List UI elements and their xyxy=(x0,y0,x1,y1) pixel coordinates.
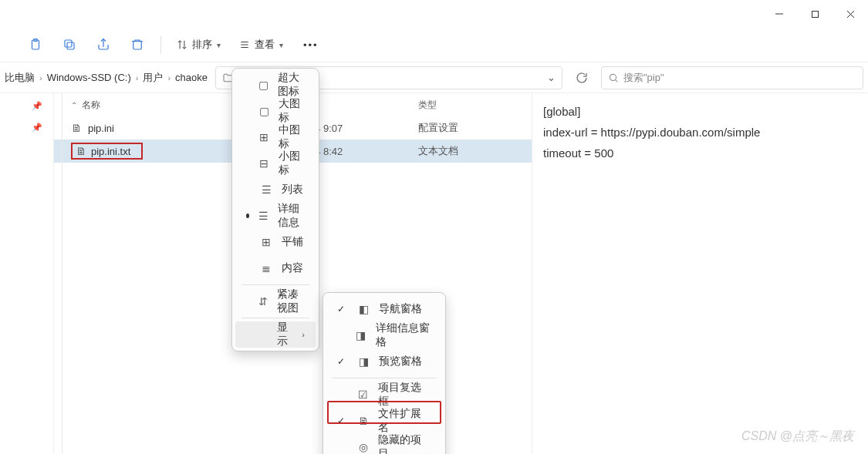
col-type[interactable]: 类型 xyxy=(418,99,511,112)
tiles-icon: ⊞ xyxy=(260,236,272,248)
panel-right-icon: ◨ xyxy=(356,329,366,341)
grid-icon: ⊟ xyxy=(259,157,269,170)
menu-item-tiles[interactable]: ⊞平铺 xyxy=(235,229,316,255)
chevron-right-icon: › xyxy=(136,73,139,82)
file-type: 配置设置 xyxy=(418,121,511,135)
menu-item-medium-icons[interactable]: ⊞中图标 xyxy=(235,124,316,150)
watermark: CSDN @点亮～黑夜 xyxy=(741,429,854,445)
check-icon: ✓ xyxy=(337,356,348,367)
view-dropdown[interactable]: 查看 ▾ xyxy=(233,31,289,59)
breadcrumb-segment[interactable]: 比电脑 xyxy=(5,71,35,85)
menu-item-extra-large-icons[interactable]: ▢超大图标 xyxy=(235,72,316,98)
list-icon: ☰ xyxy=(260,183,272,196)
chevron-down-icon[interactable]: ⌄ xyxy=(547,72,556,83)
menu-separator xyxy=(241,318,309,318)
minimize-button[interactable] xyxy=(762,0,797,28)
sort-icon xyxy=(177,39,187,50)
pin-icon[interactable]: 📌 xyxy=(0,123,53,144)
menu-separator xyxy=(333,378,436,378)
file-icon: 🗎 xyxy=(76,145,86,157)
expand-icon[interactable]: ⌃ xyxy=(71,101,77,109)
file-icon: 🗎 xyxy=(71,122,82,134)
menu-item-details[interactable]: ☰详细信息 xyxy=(235,203,316,229)
breadcrumb-segment[interactable]: chaoke xyxy=(175,72,208,83)
view-label: 查看 xyxy=(255,38,275,52)
breadcrumb-segment[interactable]: Windows-SSD (C:) xyxy=(47,72,131,83)
highlight-box xyxy=(327,401,441,424)
panel-left-icon: ◧ xyxy=(357,303,370,315)
preview-line: timeout = 500 xyxy=(543,143,857,163)
toolbar-separator xyxy=(160,35,161,54)
content-icon: ≣ xyxy=(260,262,272,274)
close-button[interactable] xyxy=(833,0,868,28)
menu-item-small-icons[interactable]: ⊟小图标 xyxy=(235,150,316,177)
chevron-right-icon: › xyxy=(39,73,42,82)
square-icon: ▢ xyxy=(258,79,269,91)
details-icon: ☰ xyxy=(258,210,269,222)
svg-rect-6 xyxy=(67,42,74,49)
address-row: 比电脑› Windows-SSD (C:)› 用户› chaoke pip ⌄ … xyxy=(0,62,868,92)
checkbox-icon: ☑ xyxy=(357,388,370,401)
show-context-menu[interactable]: ✓◧导航窗格 ✓◨详细信息窗格 ✓◨预览窗格 ✓☑项目复选框 ✓🗎文件扩展名 ✓… xyxy=(323,292,446,454)
share-button[interactable] xyxy=(90,31,117,59)
svg-rect-8 xyxy=(133,42,142,50)
grid-icon: ⊞ xyxy=(259,131,269,143)
menu-separator xyxy=(241,284,309,285)
compact-icon: ⇵ xyxy=(258,295,268,308)
square-icon: ▢ xyxy=(259,105,269,117)
search-input[interactable]: 搜索"pip" xyxy=(601,66,863,89)
pin-icon[interactable]: 📌 xyxy=(0,101,53,123)
menu-item-preview-pane[interactable]: ✓◨预览窗格 xyxy=(326,348,442,375)
search-placeholder: 搜索"pip" xyxy=(623,71,664,85)
svg-rect-1 xyxy=(812,11,818,17)
eye-icon: ◎ xyxy=(357,441,370,453)
list-icon xyxy=(239,39,250,50)
file-name: pip.ini xyxy=(88,123,114,134)
menu-item-content[interactable]: ≣内容 xyxy=(235,255,316,281)
svg-line-13 xyxy=(615,79,617,82)
preview-line: index-url = https://pypi.douban.com/simp… xyxy=(543,122,857,143)
menu-item-show[interactable]: 显示› xyxy=(235,321,316,348)
preview-line: [global] xyxy=(543,101,857,122)
preview-pane: [global] index-url = https://pypi.douban… xyxy=(532,93,868,454)
col-name[interactable]: 名称 xyxy=(82,99,100,112)
refresh-button[interactable] xyxy=(570,66,593,89)
menu-item-large-icons[interactable]: ▢大图标 xyxy=(235,98,316,124)
sort-label: 排序 xyxy=(192,38,212,52)
more-button[interactable]: ••• xyxy=(296,31,326,59)
file-name: pip.ini.txt xyxy=(91,146,130,157)
view-context-menu[interactable]: ▢超大图标 ▢大图标 ⊞中图标 ⊟小图标 ☰列表 ☰详细信息 ⊞平铺 ≣内容 ⇵… xyxy=(231,68,319,351)
search-icon xyxy=(608,72,619,83)
paste-button[interactable] xyxy=(22,31,49,59)
navigation-pane: 📌 📌 xyxy=(0,93,54,454)
chevron-right-icon: › xyxy=(167,73,171,82)
menu-item-hidden-items[interactable]: ✓◎隐藏的项目 xyxy=(326,434,442,454)
menu-item-compact-view[interactable]: ⇵紧凑视图 xyxy=(235,288,316,314)
svg-point-12 xyxy=(610,74,616,80)
chevron-down-icon: ▾ xyxy=(217,41,221,49)
window-titlebar xyxy=(0,0,868,28)
command-toolbar: 排序 ▾ 查看 ▾ ••• xyxy=(0,28,868,62)
menu-item-list[interactable]: ☰列表 xyxy=(235,177,316,203)
check-icon: ✓ xyxy=(337,304,348,314)
delete-button[interactable] xyxy=(123,31,151,59)
file-type: 文本文档 xyxy=(418,144,511,158)
chevron-right-icon: › xyxy=(302,330,305,339)
chevron-down-icon: ▾ xyxy=(279,41,283,49)
highlight-box: 🗎pip.ini.txt xyxy=(71,143,143,160)
breadcrumb[interactable]: 比电脑› Windows-SSD (C:)› 用户› chaoke xyxy=(5,71,208,85)
svg-rect-7 xyxy=(65,40,72,47)
menu-item-details-pane[interactable]: ✓◨详细信息窗格 xyxy=(326,322,442,348)
maximize-button[interactable] xyxy=(797,0,833,28)
menu-item-navigation-pane[interactable]: ✓◧导航窗格 xyxy=(326,296,442,322)
panel-right-icon: ◨ xyxy=(357,355,370,368)
breadcrumb-segment[interactable]: 用户 xyxy=(143,71,163,85)
sort-dropdown[interactable]: 排序 ▾ xyxy=(171,31,227,59)
copy-button[interactable] xyxy=(56,31,83,59)
